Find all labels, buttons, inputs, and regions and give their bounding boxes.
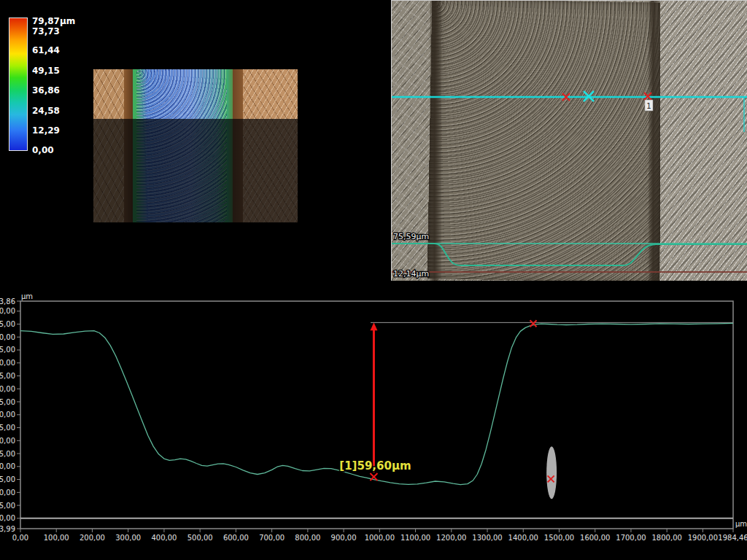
y-tick-label: 45,00 — [0, 398, 15, 406]
color-scale-label: 24,58 — [32, 106, 90, 116]
y-tick-label: -3,99 — [0, 525, 15, 533]
x-tick-label: 0,00 — [12, 534, 28, 542]
x-tick-label: 1700,00 — [616, 534, 646, 542]
y-tick-label: 5,00 — [0, 502, 15, 510]
x-axis-unit: µm — [735, 520, 747, 528]
measure-line-number: 1 — [646, 102, 651, 110]
x-tick-label: 800,00 — [295, 534, 320, 542]
y-tick-label: 80,00 — [0, 307, 15, 315]
y-tick-label: 65,00 — [0, 346, 15, 354]
y-tick-label: 0,00 — [0, 514, 15, 522]
measure-point-top[interactable] — [530, 320, 537, 327]
app-window: 79,87µm 73,73 61,44 49,15 36,86 24,58 12… — [0, 0, 747, 560]
y-tick-label: 10,00 — [0, 489, 15, 497]
y-tick-label: 40,00 — [0, 411, 15, 419]
profile-chart-panel[interactable]: 83,8680,0075,0070,0065,0060,0055,0050,00… — [0, 284, 747, 560]
x-tick-label: 1500,00 — [544, 534, 574, 542]
x-tick-label: 1984,46 — [718, 534, 747, 542]
y-tick-label: 25,00 — [0, 450, 15, 458]
x-tick-label: 300,00 — [115, 534, 141, 542]
groove-profile-trace — [392, 244, 747, 265]
y-tick-label: 35,00 — [0, 424, 15, 432]
x-tick-label: 900,00 — [331, 534, 357, 542]
y-tick-label: 83,86 — [0, 298, 15, 306]
y-tick-label: 70,00 — [0, 333, 15, 341]
color-scale-label: 12,29 — [32, 125, 90, 136]
color-scale-label: 73,73 — [32, 26, 90, 36]
measure-arrow-head — [370, 322, 377, 330]
y-tick-label: 60,00 — [0, 359, 15, 367]
y-tick-label: 30,00 — [0, 437, 15, 445]
x-tick-label: 100,00 — [44, 534, 69, 542]
y-tick-label: 50,00 — [0, 385, 15, 393]
y-tick-label: 75,00 — [0, 320, 15, 328]
x-tick-label: 1400,00 — [508, 534, 538, 542]
y-tick-label: 15,00 — [0, 475, 15, 483]
upper-ref-label: 75,59µm — [393, 232, 429, 241]
x-tick-label: 400,00 — [151, 534, 177, 542]
color-scale-label: 0,00 — [32, 145, 90, 155]
photo-panel[interactable]: 1 75,59µm 12,14µm — [391, 0, 747, 281]
x-tick-label: 1800,00 — [652, 534, 682, 542]
color-scale-label: 61,44 — [32, 45, 90, 55]
x-tick-label: 1100,00 — [400, 534, 430, 542]
x-tick-label: 1200,00 — [436, 534, 466, 542]
measurement-label: [1]59,60µm — [339, 459, 411, 472]
color-scale-bar — [9, 18, 28, 151]
x-tick-label: 1900,00 — [688, 534, 718, 542]
x-tick-label: 600,00 — [223, 534, 249, 542]
color-scale-label: 79,87µm — [32, 16, 90, 26]
y-tick-label: 20,00 — [0, 462, 15, 470]
x-tick-label: 200,00 — [80, 534, 105, 542]
x-tick-label: 1000,00 — [365, 534, 395, 542]
height-map-image[interactable] — [93, 69, 298, 222]
y-tick-label: 55,00 — [0, 372, 15, 380]
y-axis-unit: µm — [21, 292, 33, 300]
heightmap-shadow-overlay — [93, 119, 298, 222]
profile-chart: 83,8680,0075,0070,0065,0060,0055,0050,00… — [0, 284, 747, 560]
height-map-panel[interactable]: 79,87µm 73,73 61,44 49,15 36,86 24,58 12… — [0, 0, 392, 284]
cursor-ellipse[interactable] — [546, 446, 557, 499]
color-scale-label: 49,15 — [32, 66, 90, 76]
x-tick-label: 1300,00 — [472, 534, 502, 542]
x-tick-label: 500,00 — [187, 534, 213, 542]
x-tick-label: 1600,00 — [580, 534, 610, 542]
chart-plot-border — [20, 301, 733, 529]
lower-ref-label: 12,14µm — [393, 269, 429, 279]
x-tick-label: 700,00 — [259, 534, 285, 542]
color-scale-label: 36,86 — [32, 85, 90, 96]
photo-measure-overlay: 1 75,59µm 12,14µm — [392, 1, 747, 281]
